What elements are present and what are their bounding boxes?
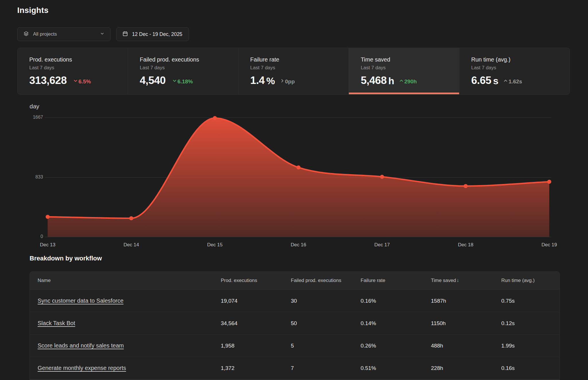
x-axis-tick: Dec 19: [541, 242, 557, 248]
sort-descending-icon: ↓: [457, 278, 459, 283]
kpi-title: Prod. executions: [29, 56, 122, 63]
trend-up-icon: [399, 78, 404, 85]
trend-flat-icon: [280, 78, 285, 85]
calendar-icon: [122, 31, 128, 38]
x-axis-tick: Dec 15: [207, 242, 223, 248]
kpi-value: 4,540: [140, 75, 166, 86]
layers-icon: [23, 31, 29, 38]
cell-failure-rate: 0.16%: [361, 298, 431, 304]
chevron-down-icon: [100, 31, 105, 37]
x-axis-tick: Dec 14: [123, 242, 139, 248]
x-axis-tick: Dec 17: [374, 242, 390, 248]
trend-down-icon: [73, 78, 78, 85]
cell-failed-executions: 30: [291, 298, 361, 304]
kpi-subtitle: Last 7 days: [250, 65, 343, 71]
chart-point: [46, 215, 50, 219]
kpi-subtitle: Last 7 days: [361, 65, 453, 71]
y-axis-tick: 0: [17, 234, 43, 239]
kpi-value: 1.4: [250, 75, 265, 86]
kpi-card-time-saved[interactable]: Time saved Last 7 days 5,468 h 290h: [349, 48, 459, 94]
y-axis-tick: 1667: [17, 115, 43, 120]
kpi-subtitle: Last 7 days: [471, 65, 564, 71]
kpi-subtitle: Last 7 days: [29, 65, 122, 71]
kpi-title: Run time (avg.): [471, 56, 564, 63]
kpi-card-failure-rate[interactable]: Failure rate Last 7 days 1.4 % 0pp: [238, 48, 349, 94]
table-row: Slack Task Bot 34,564 50 0.14% 1150h 0.1…: [30, 312, 560, 334]
x-axis-tick: Dec 18: [458, 242, 473, 248]
trend-down-icon: [172, 78, 177, 85]
kpi-delta: 290h: [399, 78, 417, 85]
y-axis-tick: 833: [17, 174, 43, 180]
kpi-card-failed-executions[interactable]: Failed prod. executions Last 7 days 4,54…: [128, 48, 238, 94]
cell-prod-executions: 34,564: [221, 320, 291, 327]
project-filter-label: All projects: [33, 31, 57, 37]
kpi-card-prod-executions[interactable]: Prod. executions Last 7 days 313,628 6.5…: [18, 48, 128, 94]
chart-point: [129, 216, 133, 220]
cell-failed-executions: 7: [291, 365, 361, 371]
filter-bar: All projects 12 Dec - 19 Dec, 2025: [17, 27, 189, 41]
project-filter-dropdown[interactable]: All projects: [17, 27, 111, 41]
cell-time-saved: 228h: [431, 365, 501, 371]
insights-page: Insights All projects: [0, 0, 588, 380]
kpi-value: 6.65: [471, 75, 491, 86]
cell-prod-executions: 1,372: [221, 365, 291, 371]
cell-failure-rate: 0.51%: [361, 365, 431, 371]
date-range-label: 12 Dec - 19 Dec, 2025: [132, 31, 182, 37]
column-header-prod-executions[interactable]: Prod. executions: [221, 278, 291, 283]
chart-granularity-label: day: [30, 103, 39, 110]
table-row: Score leads and notify sales team 1,958 …: [30, 334, 560, 357]
chart-point: [213, 116, 217, 120]
chart-point: [547, 180, 551, 184]
cell-failed-executions: 5: [291, 343, 361, 349]
column-header-failure-rate[interactable]: Failure rate: [361, 278, 431, 283]
cell-run-time: 0.12s: [501, 320, 560, 327]
chart-point: [464, 184, 468, 188]
column-header-failed-executions[interactable]: Failed prod. executions: [291, 278, 361, 283]
table-header-row: Name Prod. executions Failed prod. execu…: [30, 272, 560, 289]
chart-point: [380, 175, 384, 179]
kpi-unit: h: [388, 76, 394, 86]
kpi-delta: 0pp: [280, 78, 295, 85]
workflow-link[interactable]: Score leads and notify sales team: [38, 342, 124, 349]
cell-prod-executions: 19,074: [221, 298, 291, 304]
x-axis-tick: Dec 13: [40, 242, 55, 248]
cell-run-time: 0.75s: [501, 298, 560, 304]
chart-point: [297, 166, 301, 170]
workflow-breakdown-table: Name Prod. executions Failed prod. execu…: [30, 271, 560, 380]
workflow-link[interactable]: Sync customer data to Salesforce: [38, 298, 123, 304]
area-chart-svg: [45, 115, 552, 239]
x-axis-tick: Dec 16: [291, 242, 306, 248]
page-title: Insights: [17, 6, 49, 15]
breakdown-heading: Breakdown by workflow: [30, 255, 102, 262]
cell-time-saved: 488h: [431, 343, 501, 349]
chart-area-fill: [48, 118, 549, 237]
table-row: Sync customer data to Salesforce 19,074 …: [30, 289, 560, 312]
date-range-picker[interactable]: 12 Dec - 19 Dec, 2025: [116, 27, 189, 41]
cell-failure-rate: 0.14%: [361, 320, 431, 327]
kpi-unit: %: [266, 76, 275, 86]
kpi-delta: 6.18%: [172, 78, 193, 85]
column-header-run-time[interactable]: Run time (avg.): [501, 278, 560, 283]
kpi-value: 313,628: [29, 75, 67, 86]
cell-time-saved: 1150h: [431, 320, 501, 327]
kpi-cards-panel: Prod. executions Last 7 days 313,628 6.5…: [17, 48, 570, 95]
column-header-name[interactable]: Name: [30, 278, 221, 283]
kpi-subtitle: Last 7 days: [140, 65, 233, 71]
kpi-card-run-time[interactable]: Run time (avg.) Last 7 days 6.65 s 1.62s: [459, 48, 570, 94]
cell-run-time: 0.16s: [501, 365, 560, 371]
time-saved-chart: day 16678330 Dec 13Dec 14Dec 15Dec 16Dec…: [0, 102, 588, 255]
column-header-time-saved[interactable]: Time saved↓: [431, 278, 501, 283]
kpi-delta: 1.62s: [503, 78, 522, 85]
kpi-title: Failed prod. executions: [140, 56, 233, 63]
kpi-delta: 6.5%: [73, 78, 91, 85]
kpi-unit: s: [493, 76, 498, 86]
table-row: Generate monthly expense reports 1,372 7…: [30, 357, 560, 379]
cell-time-saved: 1587h: [431, 298, 501, 304]
workflow-link[interactable]: Generate monthly expense reports: [38, 365, 126, 371]
kpi-title: Failure rate: [250, 56, 343, 63]
cell-failed-executions: 50: [291, 320, 361, 327]
kpi-title: Time saved: [361, 56, 453, 63]
workflow-link[interactable]: Slack Task Bot: [38, 320, 75, 326]
kpi-value: 5,468: [361, 75, 386, 86]
cell-failure-rate: 0.26%: [361, 343, 431, 349]
